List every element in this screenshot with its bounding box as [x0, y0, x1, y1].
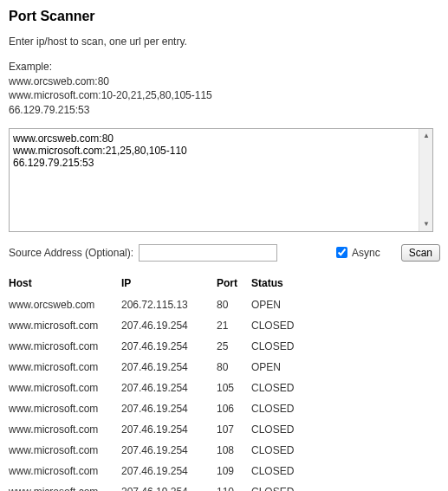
cell-ip: 207.46.19.254: [121, 481, 217, 491]
cell-ip: 207.46.19.254: [121, 315, 217, 336]
hosts-input-wrap: ▲ ▼: [9, 128, 433, 232]
table-row: www.microsoft.com207.46.19.25425CLOSED: [9, 336, 355, 357]
header-host: Host: [9, 274, 121, 294]
cell-status: CLOSED: [251, 419, 355, 440]
cell-host: www.microsoft.com: [9, 419, 121, 440]
cell-host: www.microsoft.com: [9, 357, 121, 378]
header-ip: IP: [121, 274, 217, 294]
table-row: www.microsoft.com207.46.19.254110CLOSED: [9, 481, 355, 491]
cell-port: 25: [217, 336, 251, 357]
async-checkbox[interactable]: [336, 247, 347, 258]
table-row: www.microsoft.com207.46.19.254109CLOSED: [9, 461, 355, 481]
table-row: www.orcsweb.com206.72.115.1380OPEN: [9, 294, 355, 315]
table-row: www.microsoft.com207.46.19.25480OPEN: [9, 357, 355, 378]
table-row: www.microsoft.com207.46.19.254105CLOSED: [9, 378, 355, 398]
cell-host: www.microsoft.com: [9, 440, 121, 461]
instructions-text: Enter ip/host to scan, one url per entry…: [9, 35, 439, 49]
cell-port: 107: [217, 419, 251, 440]
cell-port: 21: [217, 315, 251, 336]
source-address-input[interactable]: [139, 244, 277, 262]
example-line: www.orcsweb.com:80: [9, 74, 439, 89]
cell-port: 106: [217, 398, 251, 419]
cell-host: www.microsoft.com: [9, 315, 121, 336]
cell-ip: 206.72.115.13: [121, 294, 217, 315]
scroll-down-icon[interactable]: ▼: [419, 217, 433, 231]
table-row: www.microsoft.com207.46.19.254106CLOSED: [9, 398, 355, 419]
cell-ip: 207.46.19.254: [121, 461, 217, 481]
async-label: Async: [352, 247, 380, 259]
results-table: Host IP Port Status www.orcsweb.com206.7…: [9, 274, 355, 491]
example-block: Example: www.orcsweb.com:80 www.microsof…: [9, 60, 439, 118]
source-address-label: Source Address (Optional):: [9, 247, 133, 259]
cell-port: 80: [217, 357, 251, 378]
cell-host: www.microsoft.com: [9, 398, 121, 419]
table-row: www.microsoft.com207.46.19.25421CLOSED: [9, 315, 355, 336]
cell-ip: 207.46.19.254: [121, 357, 217, 378]
scan-button[interactable]: Scan: [401, 244, 440, 262]
cell-port: 80: [217, 294, 251, 315]
cell-ip: 207.46.19.254: [121, 336, 217, 357]
table-row: www.microsoft.com207.46.19.254108CLOSED: [9, 440, 355, 461]
controls-row: Source Address (Optional): Async Scan: [9, 244, 440, 262]
scroll-up-icon[interactable]: ▲: [419, 129, 433, 143]
cell-status: CLOSED: [251, 440, 355, 461]
cell-ip: 207.46.19.254: [121, 398, 217, 419]
header-status: Status: [251, 274, 355, 294]
async-checkbox-wrap[interactable]: Async: [333, 244, 380, 261]
cell-status: OPEN: [251, 294, 355, 315]
cell-ip: 207.46.19.254: [121, 419, 217, 440]
cell-status: OPEN: [251, 357, 355, 378]
cell-ip: 207.46.19.254: [121, 440, 217, 461]
cell-port: 110: [217, 481, 251, 491]
cell-host: www.microsoft.com: [9, 336, 121, 357]
cell-port: 108: [217, 440, 251, 461]
cell-status: CLOSED: [251, 315, 355, 336]
cell-status: CLOSED: [251, 398, 355, 419]
cell-host: www.microsoft.com: [9, 461, 121, 481]
page-title: Port Scanner: [9, 9, 439, 24]
cell-host: www.microsoft.com: [9, 378, 121, 398]
example-label: Example:: [9, 60, 439, 74]
cell-ip: 207.46.19.254: [121, 378, 217, 398]
cell-status: CLOSED: [251, 378, 355, 398]
table-header-row: Host IP Port Status: [9, 274, 355, 294]
cell-status: CLOSED: [251, 481, 355, 491]
cell-status: CLOSED: [251, 461, 355, 481]
cell-port: 105: [217, 378, 251, 398]
table-row: www.microsoft.com207.46.19.254107CLOSED: [9, 419, 355, 440]
cell-port: 109: [217, 461, 251, 481]
scrollbar[interactable]: ▲ ▼: [419, 129, 432, 231]
header-port: Port: [217, 274, 251, 294]
example-line: 66.129.79.215:53: [9, 103, 439, 118]
cell-host: www.microsoft.com: [9, 481, 121, 491]
hosts-input[interactable]: [10, 129, 419, 231]
example-line: www.microsoft.com:10-20,21,25,80,105-115: [9, 88, 439, 103]
cell-host: www.orcsweb.com: [9, 294, 121, 315]
cell-status: CLOSED: [251, 336, 355, 357]
